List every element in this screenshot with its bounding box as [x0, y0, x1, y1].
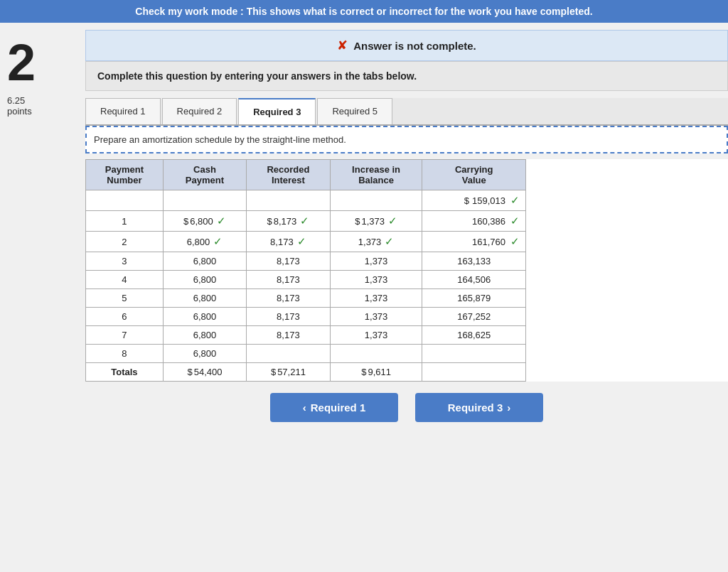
col-header-payment-number: PaymentNumber — [86, 160, 164, 190]
instruction-text: Complete this question by entering your … — [97, 70, 417, 82]
tab-required-1[interactable]: Required 1 — [85, 98, 161, 124]
table-row: 5 6,800 8,173 1,373 165,879 — [86, 289, 526, 308]
prev-button[interactable]: ‹ Required 1 — [270, 393, 398, 422]
pn-1: 1 — [86, 211, 164, 232]
top-banner: Check my work mode : This shows what is … — [0, 0, 728, 23]
initial-row: $ 159,013 ✓ — [86, 190, 526, 211]
table-row: 4 6,800 8,173 1,373 164,506 — [86, 271, 526, 289]
initial-cv-dollar: $ — [464, 195, 469, 206]
table-row: 3 6,800 8,173 1,373 163,133 — [86, 252, 526, 271]
tabs-container: Required 1 Required 2 Required 3 Require… — [85, 98, 728, 126]
tab-required-5[interactable]: Required 5 — [317, 98, 392, 124]
question-number: 2 — [7, 37, 71, 88]
table-row: 7 6,800 8,173 1,373 168,625 — [86, 326, 526, 345]
table-row: 6 6,800 8,173 1,373 167,252 — [86, 308, 526, 326]
banner-text: Check my work mode : This shows what is … — [135, 6, 592, 17]
r1-cv-check: ✓ — [510, 215, 520, 227]
next-label: Required 3 — [448, 401, 503, 414]
amortization-table: PaymentNumber CashPayment RecordedIntere… — [85, 159, 526, 382]
r1-cp-check: ✓ — [217, 215, 226, 227]
tab-required-2[interactable]: Required 2 — [162, 98, 237, 124]
totals-label: Totals — [86, 363, 164, 382]
table-wrapper: PaymentNumber CashPayment RecordedIntere… — [85, 159, 728, 382]
points-value: 6.25 points — [7, 95, 71, 117]
r1-ri-check: ✓ — [300, 215, 309, 227]
next-button[interactable]: Required 3 › — [415, 393, 543, 422]
table-row: 1 $ 6,800 ✓ $ 8,173 — [86, 211, 526, 232]
prev-arrow: ‹ — [303, 401, 306, 414]
col-header-increase-balance: Increase inBalance — [330, 160, 422, 190]
prev-label: Required 1 — [311, 401, 366, 414]
table-row: 8 6,800 — [86, 345, 526, 363]
status-icon: ✘ — [337, 38, 348, 53]
col-header-carrying-value: CarryingValue — [422, 160, 526, 190]
col-header-cash-payment: CashPayment — [163, 160, 246, 190]
initial-cv-value: 159,013 — [472, 195, 505, 206]
next-arrow: › — [507, 401, 510, 414]
totals-row: Totals $ 54,400 $ 57,211 — [86, 363, 526, 382]
answer-status-box: ✘ Answer is not complete. — [85, 30, 728, 61]
tab-required-3[interactable]: Required 3 — [238, 98, 316, 124]
col-header-recorded-interest: RecordedInterest — [247, 160, 331, 190]
initial-cv-check: ✓ — [510, 194, 520, 207]
status-text: Answer is not complete. — [353, 40, 476, 52]
table-row: 2 6,800 ✓ 8,173 ✓ — [86, 232, 526, 252]
left-sidebar: 2 6.25 points — [0, 23, 78, 563]
content-description: Prepare an amortization schedule by the … — [85, 126, 728, 153]
r1-ib-check: ✓ — [388, 215, 397, 227]
instruction-box: Complete this question by entering your … — [85, 61, 728, 91]
bottom-nav: ‹ Required 1 Required 3 › — [85, 382, 728, 429]
main-content: ✘ Answer is not complete. Complete this … — [78, 23, 728, 563]
